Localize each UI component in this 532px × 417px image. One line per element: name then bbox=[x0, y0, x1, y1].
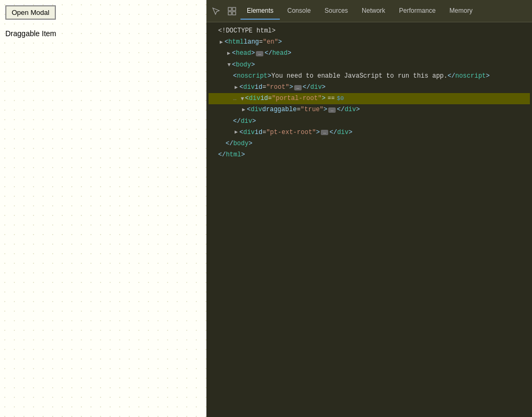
cursor-icon[interactable] bbox=[209, 4, 223, 19]
html-triangle[interactable]: ▶ bbox=[218, 39, 225, 46]
body-triangle[interactable]: ▶ bbox=[226, 62, 232, 68]
dom-body-open: ▶ <body> bbox=[209, 60, 530, 71]
draggable-triangle[interactable]: ▶ bbox=[240, 107, 247, 113]
pt-ext-triangle[interactable]: ▶ bbox=[233, 129, 239, 136]
pt-ext-ellipsis[interactable]: … bbox=[321, 130, 328, 135]
tab-network[interactable]: Network bbox=[355, 3, 392, 20]
dom-pt-ext-root: ▶ <div id="pt-ext-root"> … </div> bbox=[209, 127, 530, 138]
dom-html-open: ▶ <html lang="en"> bbox=[209, 37, 530, 48]
dom-html-close: </html> bbox=[209, 149, 530, 161]
tab-memory[interactable]: Memory bbox=[443, 3, 479, 20]
portal-root-triangle[interactable]: ▶ bbox=[239, 96, 245, 102]
dom-root-div: ▶ <div id="root"> … </div> bbox=[209, 82, 530, 93]
dom-draggable-div: ▶ <div draggable="true"> … </div> bbox=[209, 104, 530, 115]
draggable-item-label: Draggable Item bbox=[5, 29, 201, 38]
svg-rect-3 bbox=[232, 12, 236, 15]
dom-portal-close: </div> bbox=[209, 116, 530, 127]
tab-elements[interactable]: Elements bbox=[240, 3, 280, 20]
devtools-dom-content: <!DOCTYPE html> ▶ <html lang="en"> ▶ <he… bbox=[206, 22, 532, 417]
root-ellipsis[interactable]: … bbox=[294, 85, 302, 90]
head-ellipsis[interactable]: … bbox=[256, 51, 263, 56]
app-panel: Open Modal Draggable Item bbox=[0, 0, 206, 417]
dom-noscript: <noscript>You need to enable JavaScript … bbox=[209, 71, 530, 82]
inspect-icon[interactable] bbox=[225, 4, 239, 19]
tab-sources[interactable]: Sources bbox=[318, 3, 354, 20]
dom-doctype: <!DOCTYPE html> bbox=[209, 26, 530, 37]
dom-head: ▶ <head> … </head> bbox=[209, 48, 530, 59]
svg-rect-0 bbox=[228, 7, 231, 11]
tab-console[interactable]: Console bbox=[281, 3, 317, 20]
open-modal-button[interactable]: Open Modal bbox=[5, 5, 56, 20]
devtools-panel: Elements Console Sources Network Perform… bbox=[206, 0, 532, 417]
svg-rect-2 bbox=[228, 12, 231, 15]
svg-rect-1 bbox=[232, 7, 236, 11]
draggable-ellipsis[interactable]: … bbox=[328, 107, 336, 113]
devtools-toolbar: Elements Console Sources Network Perform… bbox=[206, 0, 532, 22]
dots-indicator: … bbox=[233, 94, 237, 104]
head-triangle[interactable]: ▶ bbox=[226, 51, 232, 57]
tab-performance[interactable]: Performance bbox=[393, 3, 442, 20]
dom-portal-root: … ▶ <div id="portal-root"> == $0 bbox=[209, 93, 530, 104]
root-triangle[interactable]: ▶ bbox=[233, 85, 239, 91]
dom-body-close: </body> bbox=[209, 138, 530, 149]
